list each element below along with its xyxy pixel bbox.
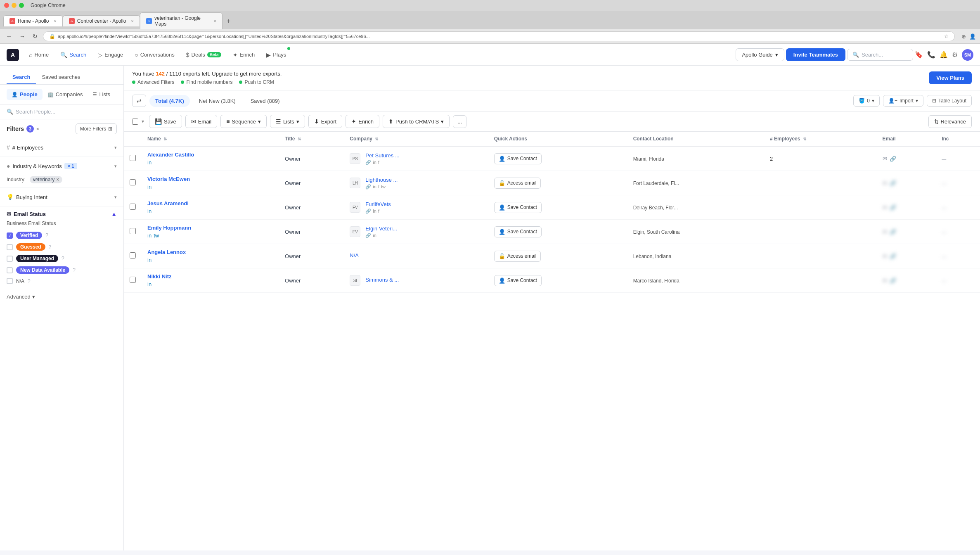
tab-2-close[interactable]: × (131, 19, 134, 24)
status-row-na[interactable]: N/A ? (7, 276, 117, 286)
save-contact-button[interactable]: 👤 Save Contact (494, 275, 542, 286)
save-contact-button[interactable]: 👤 Save Contact (494, 202, 542, 213)
email-copy-icon[interactable]: ✉ (883, 229, 887, 235)
company-social-🔗[interactable]: 🔗 (365, 160, 371, 165)
company-social-tw[interactable]: tw (381, 184, 386, 190)
email-action-button[interactable]: ✉ Email (185, 115, 218, 128)
email-status-chevron-icon[interactable]: ▲ (111, 211, 117, 217)
person-name-link[interactable]: Nikki Nitz (147, 273, 273, 280)
sequence-action-button[interactable]: ≡ Sequence ▾ (220, 115, 267, 128)
na-checkbox[interactable] (7, 278, 13, 284)
quick-action-cell[interactable]: 👤 Save Contact (488, 220, 627, 244)
company-social-in[interactable]: in (373, 184, 376, 190)
company-social-🔗[interactable]: 🔗 (365, 184, 371, 190)
new-data-checkbox[interactable] (7, 267, 13, 273)
bell-icon[interactable]: 🔔 (940, 51, 948, 59)
push-crm-button[interactable]: ⬆ Push to CRM/ATS ▾ (383, 115, 450, 128)
company-social-🔗[interactable]: 🔗 (365, 209, 371, 214)
bookmark-nav-icon[interactable]: 🔖 (915, 51, 923, 59)
filter-toggle-button[interactable]: ⇄ (132, 95, 146, 107)
company-social-f[interactable]: f (378, 160, 379, 165)
nav-plays[interactable]: ▶ Plays (261, 49, 291, 61)
reload-button[interactable]: ↻ (31, 32, 40, 40)
person-name-link[interactable]: Alexander Castillo (147, 152, 273, 158)
in-icon[interactable]: in (147, 159, 151, 166)
company-social-🔗[interactable]: 🔗 (365, 233, 371, 238)
avatar[interactable]: SM (962, 49, 973, 61)
select-dropdown-icon[interactable]: ▾ (142, 119, 144, 124)
company-name-link[interactable]: Pet Sutures ... (365, 152, 399, 159)
view-plans-button[interactable]: View Plans (929, 71, 972, 84)
nav-home[interactable]: ⌂ Home (24, 49, 54, 61)
bookmark-icon[interactable]: ☆ (944, 33, 949, 39)
row-checkbox-cell[interactable] (124, 146, 142, 171)
invite-teammates-button[interactable]: Invite Teammates (786, 48, 845, 61)
bulk-select-button[interactable]: 🪣 0 ▾ (853, 95, 880, 107)
row-checkbox[interactable] (130, 204, 136, 210)
industry-tag-remove[interactable]: × (56, 177, 59, 183)
email-link-icon[interactable]: 🔗 (890, 180, 896, 186)
row-checkbox-cell[interactable] (124, 195, 142, 220)
verified-checkbox[interactable]: ✓ (7, 232, 13, 239)
advanced-link[interactable]: Advanced ▾ (0, 290, 123, 303)
row-checkbox-cell[interactable] (124, 268, 142, 293)
email-copy-icon[interactable]: ✉ (883, 204, 887, 211)
in-icon[interactable]: in (147, 184, 151, 190)
company-name-link[interactable]: Elgin Veteri... (365, 225, 397, 232)
quick-action-cell[interactable]: 👤 Save Contact (488, 146, 627, 171)
table-layout-button[interactable]: ⊟ Table Layout (927, 95, 972, 107)
subtab-people[interactable]: 👤 People (7, 89, 43, 100)
filter-employees-header[interactable]: # # Employees ▾ (7, 142, 117, 152)
email-link-icon[interactable]: 🔗 (890, 156, 896, 162)
company-name-link[interactable]: Lighthouse ... (365, 177, 398, 183)
person-name-link[interactable]: Victoria McEwen (147, 176, 273, 182)
th-title[interactable]: Title ⇅ (279, 132, 344, 146)
email-link-icon[interactable]: 🔗 (890, 204, 896, 211)
in-icon[interactable]: in (147, 257, 151, 263)
user-managed-checkbox[interactable] (7, 256, 13, 262)
email-link-icon[interactable]: 🔗 (890, 229, 896, 235)
sidebar-tab-saved[interactable]: Saved searches (36, 71, 86, 84)
email-copy-icon[interactable]: ✉ (883, 278, 887, 284)
status-row-new-data[interactable]: New Data Available ? (7, 264, 117, 276)
new-tab-button[interactable]: + (223, 16, 234, 26)
save-contact-button[interactable]: 👤 Save Contact (494, 153, 542, 164)
save-contact-button[interactable]: 👤 Save Contact (494, 226, 542, 237)
quick-action-cell[interactable]: 👤 Save Contact (488, 195, 627, 220)
guessed-checkbox[interactable] (7, 244, 13, 250)
access-email-button[interactable]: 🔓 Access email (494, 178, 541, 189)
tab-1-close[interactable]: × (54, 19, 56, 24)
status-row-guessed[interactable]: Guessed ? (7, 241, 117, 253)
company-name-link[interactable]: N/A (350, 252, 359, 259)
export-action-button[interactable]: ⬇ Export (308, 115, 343, 128)
row-checkbox-cell[interactable] (124, 171, 142, 195)
nav-conversations[interactable]: ○ Conversations (130, 49, 180, 61)
company-name-link[interactable]: FurlifeVets (365, 201, 391, 207)
company-social-f[interactable]: f (378, 184, 379, 190)
filter-industry-header[interactable]: ● Industry & Keywords × 1 ▾ (7, 161, 117, 171)
settings-icon[interactable]: ⚙ (952, 51, 958, 59)
row-checkbox-cell[interactable] (124, 244, 142, 268)
browser-tab-3[interactable]: G veterinarian - Google Maps × (140, 12, 223, 29)
quick-action-cell[interactable]: 🔓 Access email (488, 244, 627, 268)
select-all-checkbox[interactable] (132, 119, 138, 125)
access-email-button[interactable]: 🔓 Access email (494, 251, 541, 262)
filter-clear-icon[interactable]: × (36, 126, 39, 131)
import-button[interactable]: 👤+ Import ▾ (883, 95, 923, 107)
company-social-in[interactable]: in (373, 160, 376, 165)
th-name[interactable]: Name ⇅ (142, 132, 279, 146)
email-copy-icon[interactable]: ✉ (883, 156, 887, 162)
person-name-link[interactable]: Emily Hoppmann (147, 225, 273, 231)
browser-tab-2[interactable]: A Control center - Apollo × (63, 15, 140, 26)
filter-buying-intent-header[interactable]: 💡 Buying Intent ▾ (7, 192, 117, 202)
tw-icon[interactable]: tw (154, 232, 159, 239)
tab-3-close[interactable]: × (214, 19, 216, 24)
row-checkbox[interactable] (130, 179, 136, 185)
row-checkbox[interactable] (130, 252, 136, 259)
email-copy-icon[interactable]: ✉ (883, 180, 887, 186)
quick-action-cell[interactable]: 👤 Save Contact (488, 268, 627, 293)
quick-action-cell[interactable]: 🔓 Access email (488, 171, 627, 195)
apollo-guide-button[interactable]: Apollo Guide ▾ (736, 48, 784, 61)
company-social-f[interactable]: f (378, 209, 379, 214)
extensions-icon[interactable]: ⊕ (961, 33, 966, 40)
